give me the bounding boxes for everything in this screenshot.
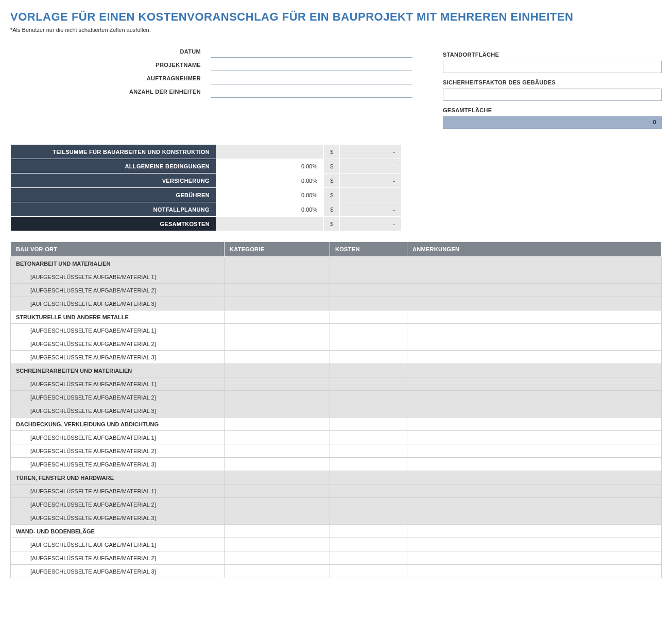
contractor-input[interactable] bbox=[211, 72, 412, 84]
work-cell[interactable] bbox=[330, 418, 407, 431]
work-cell[interactable] bbox=[225, 498, 330, 511]
work-cell[interactable] bbox=[225, 431, 330, 444]
work-item[interactable]: [AUFGESCHLÜSSELTE AUFGABE/MATERIAL 2] bbox=[11, 337, 225, 351]
work-cell[interactable] bbox=[407, 364, 662, 377]
work-cell[interactable] bbox=[225, 418, 330, 431]
work-item[interactable]: [AUFGESCHLÜSSELTE AUFGABE/MATERIAL 2] bbox=[11, 284, 225, 297]
work-cell[interactable] bbox=[330, 458, 407, 471]
work-item[interactable]: [AUFGESCHLÜSSELTE AUFGABE/MATERIAL 1] bbox=[11, 485, 225, 498]
work-cell[interactable] bbox=[407, 404, 662, 418]
work-cell[interactable] bbox=[330, 511, 407, 525]
work-item[interactable]: [AUFGESCHLÜSSELTE AUFGABE/MATERIAL 3] bbox=[11, 511, 225, 525]
work-item[interactable]: [AUFGESCHLÜSSELTE AUFGABE/MATERIAL 1] bbox=[11, 431, 225, 444]
work-cell[interactable] bbox=[330, 391, 407, 404]
work-item[interactable]: [AUFGESCHLÜSSELTE AUFGABE/MATERIAL 2] bbox=[11, 444, 225, 458]
work-cell[interactable] bbox=[407, 511, 662, 525]
site-area-input[interactable] bbox=[443, 61, 662, 73]
work-cell[interactable] bbox=[225, 511, 330, 525]
work-cell[interactable] bbox=[225, 351, 330, 364]
work-cell[interactable] bbox=[330, 404, 407, 418]
project-input[interactable] bbox=[211, 59, 412, 71]
work-cell[interactable] bbox=[225, 377, 330, 391]
summary-percent[interactable]: 0.00% bbox=[216, 188, 323, 202]
work-cell[interactable] bbox=[330, 444, 407, 458]
work-cell[interactable] bbox=[330, 431, 407, 444]
work-cell[interactable] bbox=[407, 270, 662, 284]
work-cell[interactable] bbox=[330, 565, 407, 578]
work-cell[interactable] bbox=[330, 310, 407, 324]
work-cell[interactable] bbox=[330, 525, 407, 538]
work-cell[interactable] bbox=[330, 364, 407, 377]
work-cell[interactable] bbox=[330, 270, 407, 284]
work-cell[interactable] bbox=[407, 538, 662, 551]
work-cell[interactable] bbox=[330, 257, 407, 270]
work-cell[interactable] bbox=[330, 377, 407, 391]
work-cell[interactable] bbox=[225, 284, 330, 297]
summary-percent[interactable]: 0.00% bbox=[216, 202, 323, 217]
work-item[interactable]: [AUFGESCHLÜSSELTE AUFGABE/MATERIAL 3] bbox=[11, 297, 225, 310]
work-cell[interactable] bbox=[330, 538, 407, 551]
work-cell[interactable] bbox=[225, 270, 330, 284]
work-cell[interactable] bbox=[225, 525, 330, 538]
work-item[interactable]: [AUFGESCHLÜSSELTE AUFGABE/MATERIAL 2] bbox=[11, 551, 225, 565]
work-cell[interactable] bbox=[407, 337, 662, 351]
work-cell[interactable] bbox=[330, 337, 407, 351]
work-cell[interactable] bbox=[225, 297, 330, 310]
work-cell[interactable] bbox=[330, 351, 407, 364]
work-cell[interactable] bbox=[407, 310, 662, 324]
work-cell[interactable] bbox=[407, 471, 662, 485]
work-item[interactable]: [AUFGESCHLÜSSELTE AUFGABE/MATERIAL 1] bbox=[11, 377, 225, 391]
work-cell[interactable] bbox=[407, 297, 662, 310]
work-cell[interactable] bbox=[330, 297, 407, 310]
work-cell[interactable] bbox=[330, 498, 407, 511]
units-input[interactable] bbox=[211, 85, 412, 98]
work-cell[interactable] bbox=[407, 551, 662, 565]
work-cell[interactable] bbox=[225, 364, 330, 377]
work-cell[interactable] bbox=[330, 485, 407, 498]
work-cell[interactable] bbox=[407, 284, 662, 297]
work-cell[interactable] bbox=[225, 444, 330, 458]
work-item[interactable]: [AUFGESCHLÜSSELTE AUFGABE/MATERIAL 2] bbox=[11, 391, 225, 404]
work-cell[interactable] bbox=[407, 351, 662, 364]
work-cell[interactable] bbox=[330, 551, 407, 565]
work-cell[interactable] bbox=[225, 391, 330, 404]
work-item[interactable]: [AUFGESCHLÜSSELTE AUFGABE/MATERIAL 1] bbox=[11, 270, 225, 284]
work-cell[interactable] bbox=[407, 324, 662, 337]
work-cell[interactable] bbox=[225, 485, 330, 498]
work-cell[interactable] bbox=[225, 471, 330, 485]
work-cell[interactable] bbox=[407, 485, 662, 498]
work-cell[interactable] bbox=[330, 471, 407, 485]
work-cell[interactable] bbox=[407, 418, 662, 431]
work-cell[interactable] bbox=[225, 337, 330, 351]
work-cell[interactable] bbox=[225, 257, 330, 270]
work-item[interactable]: [AUFGESCHLÜSSELTE AUFGABE/MATERIAL 1] bbox=[11, 538, 225, 551]
summary-percent[interactable]: 0.00% bbox=[216, 159, 323, 174]
work-item[interactable]: [AUFGESCHLÜSSELTE AUFGABE/MATERIAL 2] bbox=[11, 498, 225, 511]
work-cell[interactable] bbox=[225, 458, 330, 471]
work-cell[interactable] bbox=[407, 257, 662, 270]
safety-input[interactable] bbox=[443, 89, 662, 101]
work-item[interactable]: [AUFGESCHLÜSSELTE AUFGABE/MATERIAL 3] bbox=[11, 351, 225, 364]
work-cell[interactable] bbox=[407, 377, 662, 391]
work-cell[interactable] bbox=[407, 565, 662, 578]
work-cell[interactable] bbox=[225, 404, 330, 418]
work-item[interactable]: [AUFGESCHLÜSSELTE AUFGABE/MATERIAL 1] bbox=[11, 324, 225, 337]
work-cell[interactable] bbox=[407, 391, 662, 404]
summary-percent[interactable]: 0.00% bbox=[216, 174, 323, 188]
date-input[interactable] bbox=[211, 45, 412, 58]
work-cell[interactable] bbox=[407, 431, 662, 444]
work-cell[interactable] bbox=[225, 565, 330, 578]
work-cell[interactable] bbox=[225, 538, 330, 551]
work-item[interactable]: [AUFGESCHLÜSSELTE AUFGABE/MATERIAL 3] bbox=[11, 458, 225, 471]
work-cell[interactable] bbox=[407, 525, 662, 538]
work-cell[interactable] bbox=[225, 551, 330, 565]
work-cell[interactable] bbox=[407, 498, 662, 511]
work-cell[interactable] bbox=[225, 310, 330, 324]
work-cell[interactable] bbox=[407, 458, 662, 471]
work-item[interactable]: [AUFGESCHLÜSSELTE AUFGABE/MATERIAL 3] bbox=[11, 565, 225, 578]
work-cell[interactable] bbox=[225, 324, 330, 337]
work-cell[interactable] bbox=[330, 284, 407, 297]
work-item[interactable]: [AUFGESCHLÜSSELTE AUFGABE/MATERIAL 3] bbox=[11, 404, 225, 418]
work-cell[interactable] bbox=[330, 324, 407, 337]
work-cell[interactable] bbox=[407, 444, 662, 458]
